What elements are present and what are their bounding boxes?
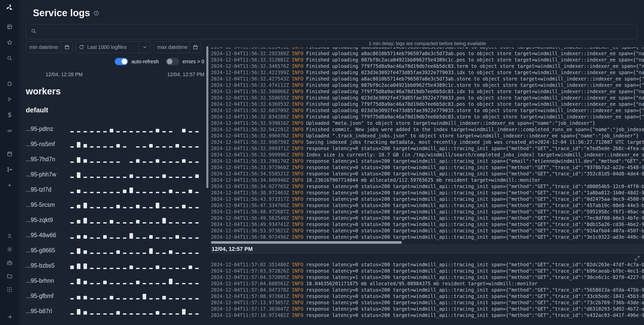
resources-icon[interactable]: ∞ (6, 127, 14, 135)
sparkline-bar (110, 253, 113, 254)
folders-icon[interactable] (6, 272, 14, 280)
schedules-calendar-icon[interactable] (6, 150, 14, 158)
sparkline-bar (175, 235, 179, 239)
sparkline-bar (149, 313, 153, 315)
chevron-down-icon[interactable] (139, 42, 150, 53)
sparkline-bar (149, 268, 153, 269)
errors-filter-toggle[interactable] (166, 58, 179, 65)
min-datetime-input[interactable]: min datetime (26, 41, 73, 53)
sparkline-bar (70, 177, 74, 178)
sparkline-bar (123, 253, 126, 254)
sparkline-bar (136, 131, 140, 132)
sparkline-bar (136, 220, 140, 224)
worker-row[interactable]: ...95-tzl7d (26, 178, 204, 194)
sparkline-bar (116, 237, 120, 239)
sparkline-bar (136, 237, 140, 239)
log-message: response latency=0 status=200 target=win… (306, 196, 644, 202)
sparkline-bar (175, 222, 179, 224)
log-section-header: 12/04, 12:57 PM (211, 245, 644, 253)
log-timestamp: 2024-12-04T11:57:08.972601Z (211, 293, 289, 299)
worker-row[interactable]: ...95-b87rl (26, 300, 204, 315)
log-timestamp: 2024-12-04T11:57:04.572095Z (211, 274, 289, 280)
calendar-icon[interactable] (61, 42, 73, 53)
search-input[interactable] (40, 28, 633, 35)
search-icon[interactable] (6, 54, 14, 62)
collapse-arrow-icon[interactable] (6, 313, 14, 321)
page-header: Service logs (26, 0, 637, 18)
windmill-logo-icon[interactable] (6, 4, 14, 12)
log-message: 18.046356201171875 mb allocated/95.08984… (306, 281, 538, 286)
sparkline-bar (156, 129, 159, 132)
variables-dollar-icon[interactable]: $ (6, 111, 14, 119)
worker-name: ...95-brhnn (26, 277, 70, 285)
worker-row[interactable]: ...95-gfbmf (26, 285, 204, 300)
sparkline-bar (97, 192, 100, 193)
worker-name: ...95-7hd7n (26, 156, 70, 163)
worker-row[interactable]: ...95-bzbs5 (26, 254, 204, 270)
worker-row[interactable]: ...95-pdtnz (26, 118, 204, 133)
sparkline-bar (162, 313, 166, 315)
service-logs-grid-icon[interactable] (6, 286, 14, 294)
calendar-icon[interactable] (189, 42, 201, 53)
sparkline-bar (123, 131, 126, 132)
workers-briefcase-icon[interactable] (6, 259, 14, 267)
info-icon[interactable] (94, 10, 99, 17)
sparkline-bar (97, 253, 100, 254)
settings-gear-icon[interactable] (6, 245, 14, 253)
sparkline-bar (123, 298, 126, 299)
worker-row[interactable]: ...95-brhnn (26, 270, 204, 285)
sparkline-bar (83, 281, 87, 284)
sparkline-bar (77, 263, 80, 269)
favorites-star-icon[interactable] (6, 38, 14, 47)
worker-row[interactable]: ...95-7hd7n (26, 148, 204, 163)
sparkline-bar (83, 144, 87, 148)
worker-row[interactable]: ...95-g8665 (26, 239, 204, 254)
log-timestamp: 2024-12-04T11:57:17.363047Z (211, 306, 289, 312)
worker-name: ...95-ns5mf (26, 141, 70, 148)
worker-name: ...95-b87rl (26, 308, 70, 315)
logfiles-select[interactable]: Last 1000 logfiles (76, 41, 151, 53)
vertical-scrollbar[interactable] (206, 46, 208, 188)
log-level: INFO (292, 293, 303, 299)
log-timestamp: 2024-12-04T11:56:32.996076Z (211, 133, 289, 138)
log-message: Uploaded "meta.json" to object store tar… (306, 120, 595, 126)
log-level: INFO (292, 190, 303, 195)
horizontal-scrollbar[interactable] (211, 241, 402, 244)
sparkline-bar (97, 222, 100, 224)
log-message: response latency=0 status=200 target=win… (306, 262, 644, 267)
add-plus-icon[interactable]: + (6, 181, 14, 189)
sparkline-bar (83, 296, 87, 299)
user-icon[interactable] (6, 232, 14, 240)
home-icon[interactable] (6, 79, 14, 88)
refresh-icon[interactable] (76, 44, 87, 50)
sparkline-bar (103, 177, 107, 178)
toggle-knob (122, 59, 127, 64)
log-line: 2024-12-04T11:56:38.972463ZINFOresponse … (211, 190, 644, 196)
auto-refresh-toggle[interactable] (115, 58, 128, 65)
sparkline-bar (156, 253, 159, 254)
log-timestamp: 2024-12-04T11:56:32.939816Z (211, 120, 289, 126)
log-message: response latency=0 status=200 target=win… (306, 215, 644, 221)
max-datetime-input[interactable]: max datetime (154, 41, 201, 53)
worker-row[interactable]: ...95-5rcsm (26, 194, 204, 209)
sparkline-bar (90, 222, 94, 224)
sparkline-bar (123, 222, 126, 224)
runs-play-icon[interactable] (6, 95, 14, 103)
expand-icon[interactable] (634, 255, 640, 261)
worker-sparkline (70, 202, 204, 209)
expand-row (211, 253, 644, 261)
log-message: response latency=0 status=200 target=win… (306, 268, 644, 274)
sparkline-bar (103, 253, 107, 254)
log-timestamp: 2024-12-04T11:56:32.253411Z (211, 47, 289, 50)
flows-branch-icon[interactable] (6, 166, 14, 174)
worker-row[interactable]: ...95-zqkt9 (26, 209, 204, 224)
workspace-icon[interactable] (6, 23, 14, 31)
log-line: 2024-12-04T11:56:58.972456ZINFOresponse … (211, 234, 644, 240)
log-level: INFO (292, 133, 303, 138)
worker-group-heading: default (26, 106, 204, 114)
sparkline-bar (129, 313, 133, 315)
worker-row[interactable]: ...95-phh7w (26, 163, 204, 178)
worker-row[interactable]: ...95-ns5mf (26, 133, 204, 148)
min-datetime-label: min datetime (26, 44, 61, 50)
worker-row[interactable]: ...95-48w66 (26, 224, 204, 239)
